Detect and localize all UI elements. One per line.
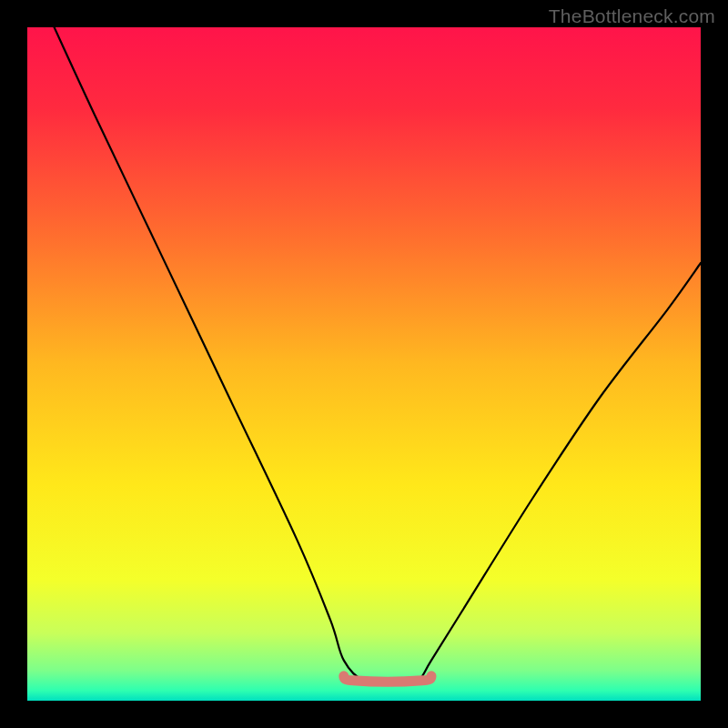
chart-frame: TheBottleneck.com — [0, 0, 728, 728]
watermark-text: TheBottleneck.com — [549, 5, 715, 27]
bottleneck-curve — [27, 27, 701, 701]
plot-area — [27, 27, 701, 701]
optimal-range-marker — [344, 676, 431, 682]
